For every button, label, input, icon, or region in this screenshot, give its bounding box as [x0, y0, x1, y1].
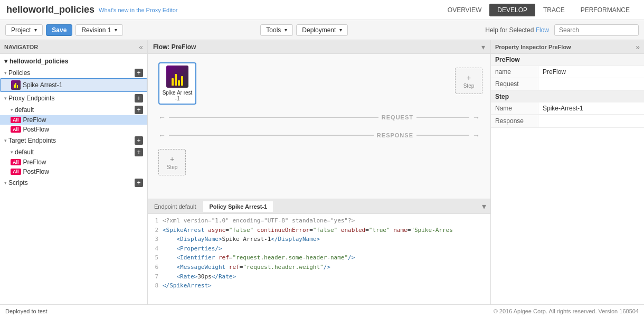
request-line2: [416, 117, 469, 118]
add-step-button[interactable]: + Step: [455, 68, 482, 94]
code-line-7: 7 <Rate>30ps</Rate>: [150, 272, 488, 282]
nav-preflow-target[interactable]: All PreFlow: [0, 157, 147, 167]
plus-icon2: +: [170, 155, 174, 163]
flow-expand-button[interactable]: ▾: [481, 43, 485, 51]
code-tab-dropdown[interactable]: ▾: [478, 199, 490, 213]
project-button[interactable]: Project: [5, 24, 43, 36]
triangle-icon6: ▾: [4, 180, 7, 185]
navigator-header: Navigator «: [0, 40, 147, 54]
nav-preflow-proxy[interactable]: All PreFlow: [0, 115, 147, 125]
save-button[interactable]: Save: [46, 24, 72, 36]
code-line-1: 1 <?xml version="1.0" encoding="UTF-8" s…: [150, 216, 488, 226]
nav-root-item[interactable]: ▾ helloworld_policies: [0, 56, 147, 67]
code-line-6: 6 <MessageWeight ref="request.header.wei…: [150, 263, 488, 272]
scripts-label: Scripts: [8, 179, 28, 187]
nav-target-default[interactable]: ▾ default +: [0, 146, 147, 157]
tab-policy-spike-arrest[interactable]: Policy Spike Arrest-1: [203, 201, 274, 212]
response-label: RESPONSE: [377, 132, 413, 138]
pi-name2-value: Spike-Arrest-1: [538, 102, 644, 114]
header-nav: OVERVIEW DEVELOP TRACE PERFORMANCE: [440, 4, 638, 16]
postflow-label: PostFlow: [23, 126, 49, 133]
deployed-status: Deployed to test: [5, 308, 48, 314]
code-area: Endpoint default Policy Spike Arrest-1 ▾…: [148, 199, 490, 304]
app-title: helloworld_policies: [6, 4, 94, 15]
main-layout: Navigator « ▾ helloworld_policies ▾ Poli…: [0, 40, 644, 304]
add-proxy-default-button[interactable]: +: [135, 106, 143, 114]
pi-name-row: name PreFlow: [491, 66, 644, 78]
tools-button[interactable]: Tools: [260, 24, 293, 36]
preflow-target-label: PreFlow: [23, 158, 46, 166]
property-inspector-panel: Property Inspector PreFlow » PreFlow nam…: [491, 40, 644, 304]
target-endpoints-label: Target Endpoints: [8, 137, 56, 144]
nav-spike-arrest-1[interactable]: Spike Arrest-1: [0, 78, 147, 92]
nav-overview[interactable]: OVERVIEW: [440, 4, 489, 16]
code-line-2: 2 <SpikeArrest async="false" continueOnE…: [150, 226, 488, 235]
code-content: 1 <?xml version="1.0" encoding="UTF-8" s…: [148, 214, 490, 304]
response-line: [169, 135, 374, 136]
add-target-endpoint-button[interactable]: +: [135, 136, 143, 145]
request-line: [169, 117, 378, 118]
pi-request-label: Request: [491, 78, 538, 90]
nav-performance[interactable]: PERFORMANCE: [573, 4, 638, 16]
all-badge-preflow: All: [11, 117, 21, 123]
nav-section-policies[interactable]: ▾ Policies +: [0, 67, 147, 78]
pi-response-section: Response: [491, 115, 644, 128]
add-proxy-endpoint-button[interactable]: +: [135, 94, 143, 102]
whats-new-link[interactable]: What's new in the Proxy Editor: [99, 7, 177, 13]
plus-icon: +: [467, 73, 471, 82]
policies-label: Policies: [8, 69, 30, 77]
spike-arrest-policy-box[interactable]: Spike Ar rest-1: [158, 62, 196, 105]
pi-name2-label: Name: [491, 102, 538, 114]
nav-postflow-proxy[interactable]: All PostFlow: [0, 125, 147, 134]
pi-header: Property Inspector PreFlow »: [491, 40, 644, 54]
nav-section-scripts[interactable]: ▾ Scripts +: [0, 176, 147, 188]
pi-name2-row: Name Spike-Arrest-1: [491, 102, 644, 115]
help-link[interactable]: Flow: [536, 26, 549, 34]
pi-name-label: name: [491, 66, 538, 78]
copyright-text: © 2016 Apigee Corp. All rights reserved.…: [494, 308, 639, 314]
pi-request-row: Request: [491, 78, 644, 90]
proxy-default-label: default: [15, 106, 34, 114]
add-policy-button[interactable]: +: [135, 69, 143, 77]
step-label2: Step: [167, 164, 178, 170]
request-label: REQUEST: [382, 114, 413, 120]
left-arrow-icon: ←: [158, 113, 166, 122]
pi-response-label: Response: [491, 115, 538, 127]
postflow-target-label: PostFlow: [23, 168, 49, 175]
preflow-label: PreFlow: [23, 116, 46, 124]
pi-title: Property Inspector PreFlow: [495, 44, 571, 50]
step-label: Step: [463, 83, 475, 89]
header: helloworld_policies What's new in the Pr…: [0, 0, 644, 20]
pi-expand-button[interactable]: »: [636, 43, 640, 51]
target-default-label: default: [15, 148, 34, 156]
all-badge-preflow-target: All: [11, 159, 21, 165]
tab-endpoint-default[interactable]: Endpoint default: [148, 201, 203, 212]
flow-title: Flow: PreFlow: [153, 43, 196, 51]
nav-trace[interactable]: TRACE: [535, 4, 573, 16]
revision-button[interactable]: Revision 1: [75, 24, 123, 36]
deployment-button[interactable]: Deployment: [296, 24, 348, 36]
policy-icon-large: [166, 66, 188, 88]
triangle-icon3: ▾: [11, 107, 13, 113]
response-left-arrow: ←: [158, 131, 166, 139]
navigator-title: Navigator: [4, 44, 38, 50]
add-target-default-button[interactable]: +: [135, 148, 143, 156]
proxy-endpoints-label: Proxy Endpoints: [8, 95, 54, 102]
nav-section-proxy-endpoints[interactable]: ▾ Proxy Endpoints +: [0, 92, 147, 104]
code-tabs: Endpoint default Policy Spike Arrest-1 ▾: [148, 199, 490, 214]
pi-response-value: [538, 115, 644, 127]
spike-arrest-label: Spike Arrest-1: [23, 81, 62, 89]
pi-step-header: Step: [491, 91, 644, 102]
nav-root-label: helloworld_policies: [10, 58, 68, 65]
nav-develop[interactable]: DEVELOP: [489, 4, 535, 16]
nav-section-target-endpoints[interactable]: ▾ Target Endpoints +: [0, 134, 147, 146]
search-input[interactable]: [554, 24, 639, 36]
code-line-5: 5 <Identifier ref="request.header.some-h…: [150, 253, 488, 263]
pi-request-value: [538, 78, 644, 90]
nav-postflow-target[interactable]: All PostFlow: [0, 167, 147, 176]
right-arrow-icon: →: [472, 113, 480, 122]
response-add-step-button[interactable]: + Step: [158, 149, 186, 175]
nav-proxy-default[interactable]: ▾ default +: [0, 104, 147, 115]
add-scripts-button[interactable]: +: [135, 179, 143, 187]
navigator-collapse-button[interactable]: «: [139, 43, 143, 51]
